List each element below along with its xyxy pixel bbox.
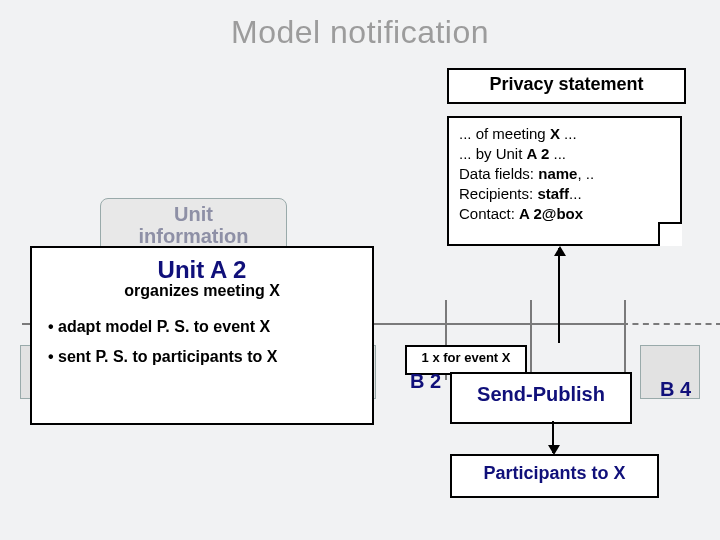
label-b4: B 4 <box>660 378 691 401</box>
t: , .. <box>577 165 594 182</box>
t: Unit <box>101 203 286 225</box>
timeline-dash <box>622 323 720 325</box>
t: name <box>538 165 577 182</box>
t: A 2 <box>527 145 550 162</box>
arrow-down-icon <box>552 421 554 453</box>
page-fold-icon <box>658 222 682 246</box>
send-publish-box: Send-Publish <box>450 372 632 424</box>
t: staff <box>537 185 569 202</box>
arrow-up-icon <box>558 248 560 343</box>
t: ... <box>560 125 577 142</box>
t: ... of meeting <box>459 125 550 142</box>
tick <box>624 300 626 380</box>
t: Data fields: <box>459 165 538 182</box>
privacy-note: ... of meeting X ... ... by Unit A 2 ...… <box>447 116 682 246</box>
t: A 2@box <box>519 205 583 222</box>
t: ... <box>549 145 566 162</box>
unit-a2-header: Unit A 2 <box>32 256 372 284</box>
page-title: Model notification <box>0 14 720 51</box>
t: Contact: <box>459 205 519 222</box>
t: X <box>550 125 560 142</box>
bullet-sent: • sent P. S. to participants to X <box>48 348 372 366</box>
bullet-adapt: • adapt model P. S. to event X <box>48 318 372 336</box>
unit-a2-sub: organizes meeting X <box>32 282 372 300</box>
label-b2: B 2 <box>410 370 441 393</box>
t: Recipients: <box>459 185 537 202</box>
t: information <box>101 225 286 247</box>
privacy-statement-label: Privacy statement <box>447 68 686 104</box>
unit-a2-panel: Unit A 2 organizes meeting X • adapt mod… <box>30 246 374 425</box>
t: ... by Unit <box>459 145 527 162</box>
tick <box>530 300 532 380</box>
t: ... <box>569 185 582 202</box>
participants-box: Participants to X <box>450 454 659 498</box>
